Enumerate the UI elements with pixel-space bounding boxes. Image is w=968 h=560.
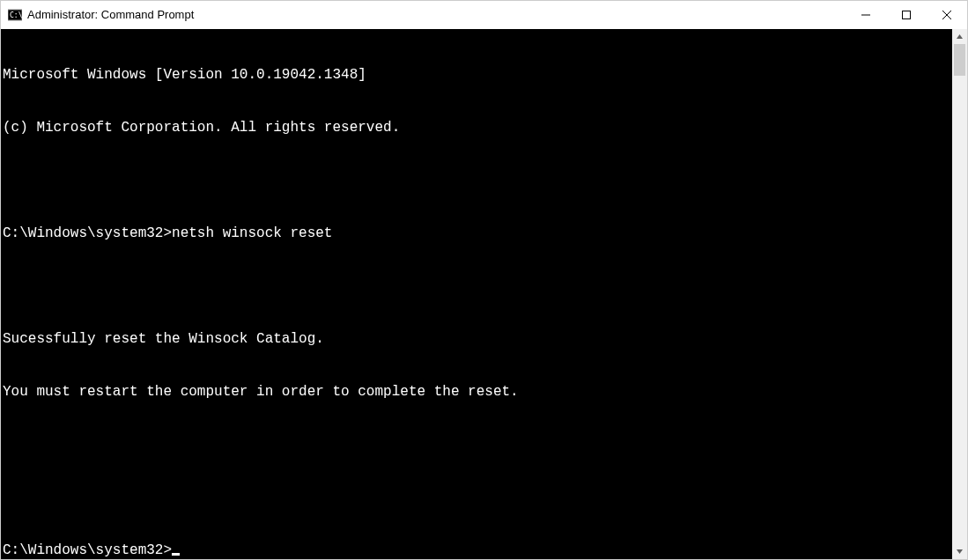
terminal[interactable]: Microsoft Windows [Version 10.0.19042.13…	[1, 29, 952, 559]
cmd-icon: C:\	[8, 8, 22, 22]
titlebar[interactable]: C:\ Administrator: Command Prompt	[1, 1, 967, 29]
svg-marker-6	[957, 34, 963, 39]
blank-line	[3, 172, 952, 189]
prompt-line-2: C:\Windows\system32>	[3, 542, 952, 559]
blank-line	[3, 489, 952, 506]
scroll-up-button[interactable]	[952, 29, 967, 44]
copyright-line: (c) Microsoft Corporation. All rights re…	[3, 119, 952, 136]
command-1: netsh winsock reset	[172, 225, 332, 241]
close-button[interactable]	[927, 1, 967, 29]
blank-line	[3, 277, 952, 295]
output-line-2: You must restart the computer in order t…	[3, 383, 952, 401]
prompt-2: C:\Windows\system32>	[3, 542, 172, 558]
scroll-down-button[interactable]	[952, 544, 967, 559]
window-title: Administrator: Command Prompt	[27, 8, 194, 21]
command-line-1: C:\Windows\system32>netsh winsock reset	[3, 225, 952, 242]
output-line-1: Sucessfully reset the Winsock Catalog.	[3, 330, 952, 348]
svg-marker-7	[957, 549, 963, 554]
vertical-scrollbar[interactable]	[952, 29, 967, 559]
maximize-button[interactable]	[886, 1, 927, 29]
client-area: Microsoft Windows [Version 10.0.19042.13…	[1, 29, 967, 559]
scroll-thumb[interactable]	[954, 44, 965, 76]
minimize-button[interactable]	[846, 1, 886, 29]
cursor	[172, 553, 180, 556]
version-line: Microsoft Windows [Version 10.0.19042.13…	[3, 66, 952, 84]
blank-line	[3, 436, 952, 453]
window-controls	[846, 1, 967, 29]
scroll-track[interactable]	[952, 44, 967, 544]
prompt-1: C:\Windows\system32>	[3, 225, 172, 241]
svg-text:C:\: C:\	[10, 11, 22, 19]
cmd-window: C:\ Administrator: Command Prompt Micros…	[0, 0, 968, 560]
svg-rect-3	[903, 11, 911, 18]
